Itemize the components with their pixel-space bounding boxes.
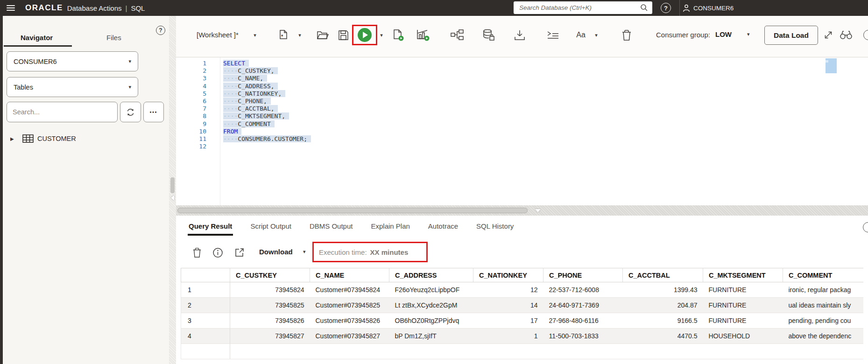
code-line[interactable]: ····C_ADDRESS, [223, 83, 868, 90]
download-result-button[interactable]: Download [259, 248, 293, 256]
info-icon[interactable] [212, 246, 224, 259]
consumer-group-caret-icon[interactable]: ▾ [747, 31, 750, 37]
tab-files[interactable]: Files [106, 34, 121, 42]
product-title: Database Actions [67, 4, 122, 12]
code-line[interactable]: ····CONSUMER6.CUSTOMER; [223, 135, 868, 143]
column-header-c_mktsegment[interactable]: C_MKTSEGMENT [703, 268, 783, 282]
collapse-panel-arrow-icon[interactable] [535, 209, 541, 212]
schema-select-value: CONSUMER6 [14, 58, 57, 65]
code-line[interactable]: ····C_NAME, [223, 75, 868, 82]
column-header-c_custkey[interactable]: C_CUSTKEY [230, 268, 310, 282]
more-actions-button[interactable]: ••• [143, 102, 164, 122]
column-header-c_comment[interactable]: C_COMMENT [783, 268, 864, 282]
open-in-new-icon[interactable] [233, 246, 246, 259]
code-line[interactable]: ····C_NATIONKEY, [223, 90, 868, 98]
code-line[interactable]: FROM [223, 128, 868, 135]
expand-editor-icon[interactable] [822, 29, 834, 41]
line-number: 4 [176, 83, 220, 90]
cell-c_name: Customer#073945827 [310, 329, 389, 344]
clipped-toolbar-icon[interactable] [863, 30, 868, 40]
table-row[interactable]: 273945825Customer#073945825Lt ztBx,XCydc… [181, 298, 864, 313]
clipped-results-icon[interactable] [863, 222, 868, 232]
table-row[interactable]: 473945827Customer#073945827bP Dm1Z,sjIfT… [181, 329, 864, 344]
data-load-button[interactable]: Data Load [764, 26, 818, 45]
results-tab-sql-history[interactable]: SQL History [475, 219, 515, 236]
user-menu[interactable]: CONSUMER6 [683, 0, 734, 16]
font-size-caret-icon[interactable]: ▾ [592, 29, 600, 41]
editor-code-area[interactable]: SELECT ····C_CUSTKEY, ····C_NAME, ····C_… [221, 57, 868, 205]
sidebar-help-icon[interactable]: ? [156, 26, 165, 35]
results-tab-autotrace[interactable]: Autotrace [427, 219, 459, 236]
tree-item-customer[interactable]: ▶CUSTOMER [3, 132, 169, 146]
worksheet-caret-icon[interactable]: ▾ [251, 29, 259, 41]
editor-result-splitter[interactable] [176, 205, 868, 216]
app-title: SQL [131, 4, 145, 12]
column-header-c_acctbal[interactable]: C_ACCTBAL [623, 268, 703, 282]
code-line[interactable]: ····C_COMMENT [223, 120, 868, 128]
save-icon[interactable] [337, 29, 349, 41]
tab-navigator[interactable]: Navigator [21, 34, 53, 42]
explain-plan-icon[interactable] [415, 29, 431, 41]
clear-worksheet-icon[interactable] [621, 29, 633, 41]
format-code-icon[interactable] [546, 29, 560, 41]
discard-result-icon[interactable] [191, 246, 203, 259]
code-line[interactable]: ····C_CUSTKEY, [223, 67, 868, 75]
code-line[interactable]: SELECT [223, 60, 868, 67]
results-tab-script-output[interactable]: Script Output [249, 219, 292, 236]
worksheet-name-dropdown[interactable]: [Worksheet ]* [197, 31, 239, 39]
row-number-cell [181, 344, 230, 359]
code-line[interactable]: ····C_ACCTBAL, [223, 105, 868, 112]
column-header-c_phone[interactable]: C_PHONE [543, 268, 623, 282]
code-line[interactable]: ····C_MKTSEGMENT, [223, 112, 868, 120]
run-caret-icon[interactable]: ▾ [377, 29, 386, 41]
editor-minimap[interactable] [826, 58, 837, 73]
data-modeler-icon[interactable] [481, 29, 495, 41]
results-tab-query-result[interactable]: Query Result [188, 219, 233, 236]
help-icon[interactable]: ? [661, 3, 671, 13]
results-toolbar: Download ▾ Execution time: XX minutes [176, 239, 868, 266]
column-header-c_address[interactable]: C_ADDRESS [389, 268, 473, 282]
refresh-button[interactable] [120, 102, 141, 122]
object-type-select[interactable]: Tables ▾ [7, 77, 138, 97]
sql-identifier: C_PHONE, [238, 98, 267, 105]
font-size-icon[interactable]: Aa [573, 29, 588, 41]
sql-editor[interactable]: 123456789101112 SELECT ····C_CUSTKEY, ··… [176, 57, 868, 205]
code-line[interactable]: ····C_PHONE, [223, 98, 868, 105]
sidebar-search-input[interactable] [7, 102, 118, 122]
table-row[interactable] [181, 344, 864, 359]
editor-hscrollbar-thumb[interactable] [177, 208, 528, 213]
autotrace-icon[interactable] [450, 29, 465, 41]
column-header-c_nationkey[interactable]: C_NATIONKEY [473, 268, 543, 282]
open-file-icon[interactable] [316, 29, 329, 41]
global-search-box[interactable] [514, 1, 652, 14]
table-row[interactable]: 373945826Customer#073945826OB6hOZ0RtgZPP… [181, 313, 864, 329]
new-worksheet-caret-icon[interactable]: ▾ [296, 29, 304, 41]
hamburger-menu-icon[interactable] [7, 5, 15, 11]
execution-time-label: Execution time: [319, 248, 367, 256]
results-tabs: Query ResultScript OutputDBMS OutputExpl… [188, 216, 515, 239]
new-worksheet-icon[interactable]: * [278, 29, 289, 41]
results-tab-explain-plan[interactable]: Explain Plan [370, 219, 410, 236]
expand-arrow-icon[interactable]: ▶ [10, 136, 22, 141]
line-number: 2 [176, 67, 220, 75]
code-line[interactable] [223, 143, 868, 150]
sidebar-splitter-thumb[interactable] [170, 177, 175, 193]
sidebar-splitter[interactable] [169, 16, 176, 364]
chevron-down-icon: ▾ [128, 58, 131, 64]
run-statement-button[interactable] [358, 28, 372, 42]
indent-whitespace-dots: ···· [223, 135, 238, 142]
download-caret-icon[interactable]: ▾ [303, 249, 306, 255]
download-editor-icon[interactable] [513, 29, 527, 41]
global-search-input[interactable] [514, 4, 640, 11]
find-binoculars-icon[interactable] [839, 29, 853, 41]
collapse-sidebar-arrow-icon[interactable] [171, 195, 174, 201]
table-row[interactable]: 173945824Customer#073945824F26oYeuzq2cLi… [181, 282, 864, 298]
column-header-c_name[interactable]: C_NAME [310, 268, 389, 282]
schema-select[interactable]: CONSUMER6 ▾ [7, 51, 138, 71]
results-tab-dbms-output[interactable]: DBMS Output [309, 219, 354, 236]
cell-c_address [389, 344, 473, 359]
consumer-group-label: Consumer group: [656, 31, 710, 39]
search-icon [640, 4, 648, 12]
run-script-icon[interactable] [392, 29, 405, 41]
consumer-group-select[interactable]: LOW [715, 30, 732, 38]
